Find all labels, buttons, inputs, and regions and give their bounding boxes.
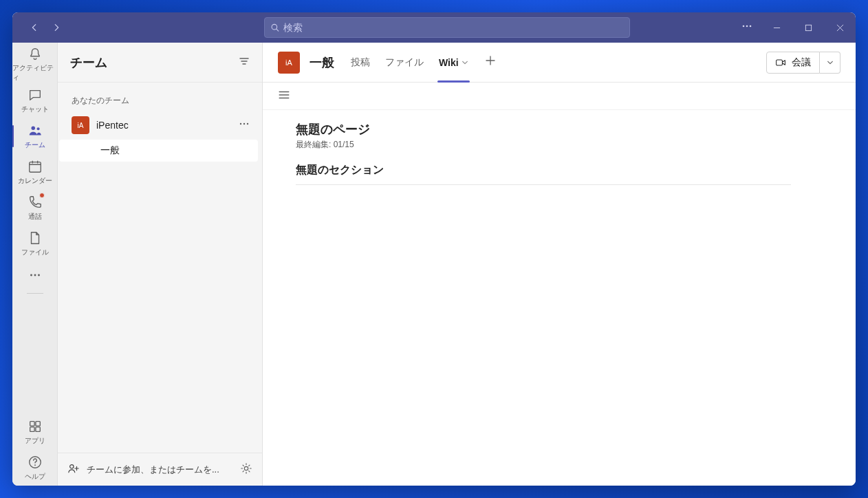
phone-icon xyxy=(27,194,43,210)
svg-point-3 xyxy=(746,25,748,28)
svg-point-27 xyxy=(247,123,248,124)
wiki-page-title[interactable]: 無題のページ xyxy=(296,121,823,138)
team-more-button[interactable] xyxy=(239,118,250,132)
chevron-down-icon xyxy=(462,57,468,68)
teams-icon xyxy=(27,122,43,139)
rail-item-teams[interactable]: チーム xyxy=(12,118,58,154)
add-tab-button[interactable] xyxy=(481,55,500,69)
rail-item-help[interactable]: ヘルプ xyxy=(12,450,58,486)
panel-title: チーム xyxy=(70,54,107,71)
svg-point-14 xyxy=(34,274,36,277)
svg-point-21 xyxy=(34,464,36,466)
wiki-section-title[interactable]: 無題のセクション xyxy=(296,163,791,185)
svg-point-8 xyxy=(36,127,39,130)
tab-label: Wiki xyxy=(439,57,459,68)
wiki-body: 無題のページ 最終編集: 01/15 無題のセクション xyxy=(263,110,856,196)
minimize-button[interactable] xyxy=(761,12,792,43)
minimize-icon xyxy=(773,24,781,32)
rail-item-chat[interactable]: チャット xyxy=(12,83,58,118)
chat-icon xyxy=(27,87,43,103)
svg-point-4 xyxy=(750,25,752,28)
notification-dot xyxy=(39,193,45,198)
wiki-nav-toggle[interactable] xyxy=(278,89,290,104)
rail-label: カレンダー xyxy=(18,176,52,186)
svg-point-7 xyxy=(31,127,35,131)
titlebar-more-button[interactable] xyxy=(733,21,761,34)
rail-label: 通話 xyxy=(28,212,42,221)
search-wrap xyxy=(264,17,630,38)
chevron-right-icon xyxy=(52,23,61,32)
svg-point-25 xyxy=(240,123,241,124)
forward-button[interactable] xyxy=(47,18,66,37)
hamburger-icon xyxy=(278,89,290,101)
meet-button-group: 会議 xyxy=(766,52,840,74)
svg-rect-18 xyxy=(30,427,34,431)
more-horizontal-icon xyxy=(27,267,43,283)
join-team-button[interactable]: チームに参加、またはチームを... xyxy=(87,464,219,476)
rail-label: チーム xyxy=(25,140,45,150)
close-icon xyxy=(836,24,844,32)
svg-rect-17 xyxy=(35,422,39,426)
filter-icon xyxy=(239,56,250,67)
plus-icon xyxy=(485,55,496,66)
rail-label: アプリ xyxy=(25,436,45,446)
manage-teams-button[interactable] xyxy=(240,462,252,477)
app-rail: アクティビティ チャット チーム カレンダー xyxy=(12,43,58,486)
meet-button[interactable]: 会議 xyxy=(766,52,820,74)
panel-body: あなたのチーム iA iPentec 一般 xyxy=(58,83,262,453)
svg-rect-9 xyxy=(29,162,41,173)
close-button[interactable] xyxy=(824,12,856,43)
rail-item-apps[interactable]: アプリ xyxy=(12,414,58,450)
search-box[interactable] xyxy=(264,17,630,38)
channel-avatar: iA xyxy=(278,52,300,74)
teams-section-label: あなたのチーム xyxy=(58,89,262,112)
rail-item-files[interactable]: ファイル xyxy=(12,226,58,261)
chevron-down-icon xyxy=(827,59,834,66)
file-icon xyxy=(27,230,43,246)
wiki-toolbar xyxy=(263,83,856,110)
team-row[interactable]: iA iPentec xyxy=(58,112,262,138)
rail-label: アクティビティ xyxy=(12,63,58,83)
calendar-icon xyxy=(27,158,43,175)
search-input[interactable] xyxy=(283,22,624,33)
channel-title: 一般 xyxy=(310,54,334,71)
wiki-last-edited: 最終編集: 01/15 xyxy=(296,139,823,151)
rail-item-activity[interactable]: アクティビティ xyxy=(12,47,58,83)
svg-point-29 xyxy=(244,466,248,470)
title-bar xyxy=(12,12,856,43)
filter-button[interactable] xyxy=(239,56,250,69)
app-window: アクティビティ チャット チーム カレンダー xyxy=(12,12,856,486)
svg-rect-19 xyxy=(35,427,39,431)
rail-item-more[interactable] xyxy=(12,261,58,289)
channel-row-general[interactable]: 一般 xyxy=(59,140,258,162)
tab-posts[interactable]: 投稿 xyxy=(348,43,373,83)
apps-icon xyxy=(27,418,43,435)
window-controls xyxy=(761,12,856,43)
help-icon xyxy=(27,454,43,470)
rail-item-calls[interactable]: 通話 xyxy=(12,190,58,226)
rail-label: ヘルプ xyxy=(25,472,45,481)
svg-rect-30 xyxy=(777,60,783,65)
tab-files[interactable]: ファイル xyxy=(382,43,426,83)
meet-label: 会議 xyxy=(792,56,811,69)
svg-point-15 xyxy=(38,274,40,277)
svg-rect-6 xyxy=(805,25,811,30)
nav-arrows xyxy=(12,18,72,37)
rail-label: ファイル xyxy=(21,248,49,257)
tab-wiki[interactable]: Wiki xyxy=(436,43,471,83)
rail-item-calendar[interactable]: カレンダー xyxy=(12,154,58,190)
channel-name: 一般 xyxy=(100,144,120,157)
maximize-button[interactable] xyxy=(792,12,824,43)
rail-divider xyxy=(27,293,43,294)
bell-icon xyxy=(27,47,43,62)
svg-rect-16 xyxy=(30,422,34,426)
svg-point-13 xyxy=(30,274,32,277)
gear-icon xyxy=(240,462,252,475)
meet-dropdown-button[interactable] xyxy=(820,52,840,74)
team-name: iPentec xyxy=(96,120,248,131)
rail-label: チャット xyxy=(21,105,49,114)
more-horizontal-icon xyxy=(239,118,250,129)
video-icon xyxy=(775,57,786,68)
back-button[interactable] xyxy=(25,18,44,37)
teams-panel: チーム あなたのチーム iA iPentec 一般 xyxy=(58,43,263,486)
